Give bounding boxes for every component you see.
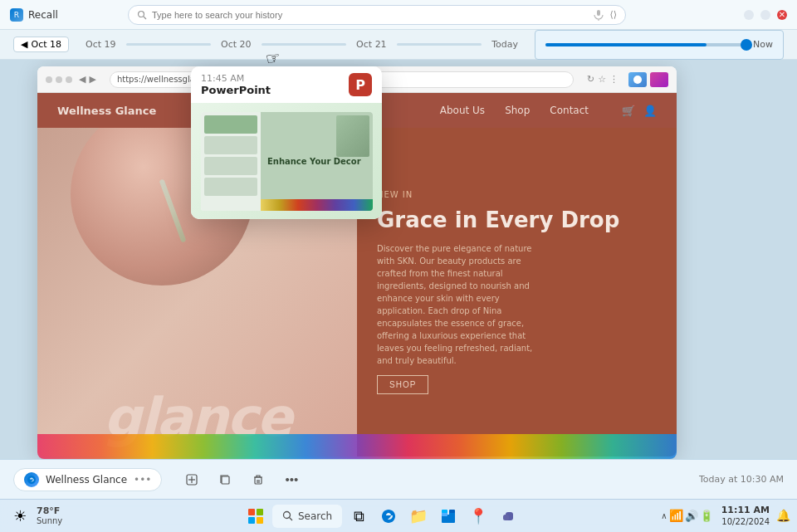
timeline-track-1[interactable]	[126, 43, 212, 46]
weather-temperature: 78°F	[37, 505, 62, 516]
browser-max-dot[interactable]	[66, 76, 72, 83]
app-name-label: Recall	[28, 9, 58, 21]
windows-taskbar: ☀️ 78°F Sunny Search ⧉	[0, 499, 797, 532]
close-button[interactable]: ✕	[777, 10, 787, 20]
history-search-bar[interactable]: ⟨⟩	[128, 5, 626, 25]
timeline-bar: ◀ Oct 18 Oct 19 Oct 20 Oct 21 Today Now	[0, 30, 797, 60]
timeline-start-date: Oct 18	[31, 39, 61, 50]
nav-item-shop[interactable]: Shop	[505, 105, 530, 116]
edge-browser-icon	[24, 472, 39, 487]
history-search-input[interactable]	[152, 10, 588, 20]
new-in-label: NEW IN	[377, 190, 657, 199]
browser-window-controls	[46, 76, 72, 83]
system-clock[interactable]: 11:11 AM 10/22/2024	[721, 505, 770, 527]
timeline-now-label: Now	[753, 39, 773, 50]
ppt-slide-title: Enhance Your Decor	[267, 157, 361, 166]
expand-button[interactable]	[178, 466, 205, 493]
notification-icon[interactable]: 🔔	[776, 509, 790, 522]
nav-item-contact[interactable]: Contact	[550, 105, 589, 116]
tab-label: Wellness Glance	[46, 474, 127, 486]
taskbar-right-section: ∧ 📶 🔊 🔋 11:11 AM 10/22/2024 🔔	[658, 505, 790, 527]
clock-time: 11:11 AM	[721, 505, 770, 516]
browser-settings-icon[interactable]: ⋮	[609, 74, 619, 85]
files-taskbar-icon[interactable]: 📁	[405, 503, 432, 530]
ppt-main-slide: Enhance Your Decor	[261, 112, 373, 211]
volume-icon[interactable]: 🔊	[685, 510, 698, 522]
shop-button[interactable]: SHOP	[377, 375, 428, 394]
taskbar-center-section: Search ⧉ 📁 📍	[106, 503, 658, 530]
hero-right-panel: NEW IN Grace in Every Drop Discover the …	[357, 128, 677, 456]
svg-rect-17	[503, 515, 509, 520]
browser-min-dot[interactable]	[56, 76, 62, 83]
browser-star-icon[interactable]: ☆	[598, 74, 606, 85]
timeline-date-oct19: Oct 19	[76, 39, 126, 50]
account-icon[interactable]: 👤	[643, 105, 657, 117]
maps-icon[interactable]: 📍	[465, 503, 491, 530]
system-tray-icons: ∧ 📶 🔊 🔋	[661, 509, 712, 522]
store-taskbar-icon[interactable]	[435, 503, 462, 530]
timeline-date-oct20: Oct 20	[211, 39, 262, 50]
windows-logo	[248, 509, 263, 524]
svg-line-1	[144, 17, 146, 19]
taskbar-left-section: ☀️ 78°F Sunny	[7, 503, 106, 530]
powerpoint-popup-card[interactable]: 11:45 AM PowerPoint P Enhance Your Decor	[191, 66, 382, 219]
bottom-action-buttons: •••	[178, 466, 305, 493]
search-taskbar-label: Search	[298, 510, 332, 522]
recall-bottom-bar: Wellness Glance ••• ••• Today at 10:30 A…	[0, 459, 797, 499]
timeline-progress-fill	[545, 43, 707, 46]
copy-button[interactable]	[212, 466, 238, 493]
win-sq-yellow	[257, 517, 263, 524]
delete-button[interactable]	[245, 466, 271, 493]
hero-description: Discover the pure elegance of nature wit…	[377, 242, 543, 367]
browser-forward-button[interactable]: ▶	[89, 74, 95, 85]
browser-refresh-icon[interactable]: ↻	[587, 74, 594, 85]
ppt-rainbow-strip	[261, 199, 373, 211]
title-bar: R Recall ⟨⟩ –– □ ✕	[0, 0, 797, 30]
svg-rect-14	[442, 510, 447, 513]
start-button[interactable]	[242, 503, 269, 530]
ppt-thumb-2	[204, 136, 257, 154]
browser-back-button[interactable]: ◀	[79, 74, 86, 85]
popup-time-title: 11:45 AM PowerPoint	[201, 73, 271, 96]
ppt-thumb-1	[204, 115, 257, 134]
timeline-progress-section[interactable]: Now	[535, 30, 784, 60]
network-icon[interactable]: 📶	[669, 509, 683, 522]
popup-slide-preview[interactable]: Enhance Your Decor	[191, 103, 382, 219]
ppt-thumb-3	[204, 157, 257, 175]
weather-widget[interactable]: ☀️	[7, 503, 33, 530]
nav-item-about[interactable]: About Us	[440, 105, 485, 116]
teams-icon[interactable]	[495, 503, 521, 530]
search-taskbar-button[interactable]: Search	[272, 505, 342, 528]
timeline-back-button[interactable]: ◀ Oct 18	[13, 37, 69, 52]
active-tab[interactable]: Wellness Glance •••	[13, 468, 162, 491]
more-options-button[interactable]: •••	[278, 466, 305, 493]
browser-nav-buttons[interactable]: ◀ ▶	[79, 74, 96, 85]
timeline-track-2[interactable]	[262, 43, 347, 46]
svg-rect-2	[597, 10, 600, 16]
taskview-button[interactable]: ⧉	[345, 503, 372, 530]
site-name: Wellness Glance	[57, 105, 156, 117]
win-sq-green	[257, 509, 263, 515]
tab-menu-button[interactable]: •••	[134, 474, 151, 486]
mic-icon[interactable]	[593, 9, 604, 21]
minimize-button[interactable]: ––	[744, 10, 754, 20]
chevron-up-icon[interactable]: ∧	[661, 511, 667, 520]
browser-action-icons: ↻ ☆ ⋮	[587, 74, 619, 85]
edge-taskbar-icon[interactable]	[375, 503, 402, 530]
browser-close-dot[interactable]	[46, 76, 52, 83]
timeline-progress-dot	[741, 39, 752, 51]
timeline-date-today: Today	[482, 39, 528, 50]
win-sq-blue	[248, 517, 255, 524]
ppt-slide: Enhance Your Decor	[201, 112, 373, 211]
timeline-date-oct21: Oct 21	[346, 39, 397, 50]
restore-button[interactable]: □	[760, 10, 770, 20]
timeline-progress-track[interactable]	[545, 43, 746, 46]
svg-line-10	[289, 518, 292, 521]
cart-icon[interactable]: 🛒	[622, 105, 635, 117]
code-icon: ⟨⟩	[609, 9, 617, 20]
timeline-track-3[interactable]	[397, 43, 482, 46]
ppt-thumbnails-panel	[201, 112, 261, 211]
recall-timestamp: Today at 10:30 AM	[699, 474, 784, 485]
ppt-image-block	[336, 115, 369, 157]
battery-icon[interactable]: 🔋	[700, 510, 713, 522]
